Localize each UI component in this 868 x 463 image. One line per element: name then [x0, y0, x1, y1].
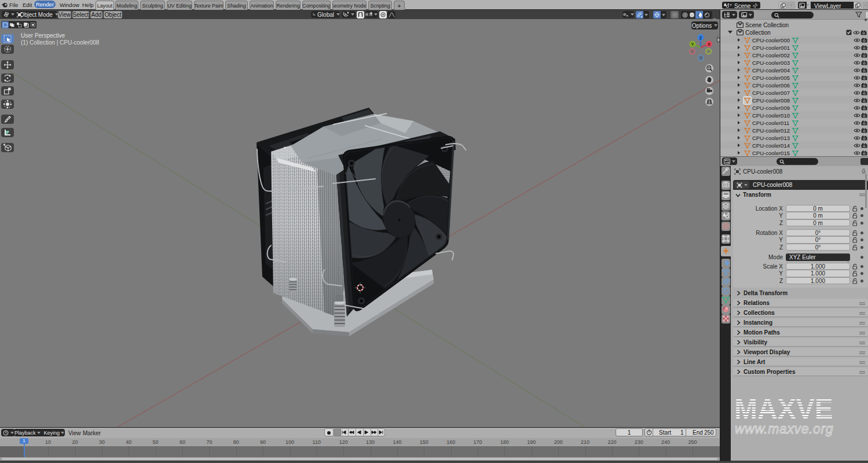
svg-text:X: X	[708, 42, 711, 47]
svg-text:Z: Z	[699, 35, 702, 41]
svg-text:Y: Y	[691, 42, 694, 47]
